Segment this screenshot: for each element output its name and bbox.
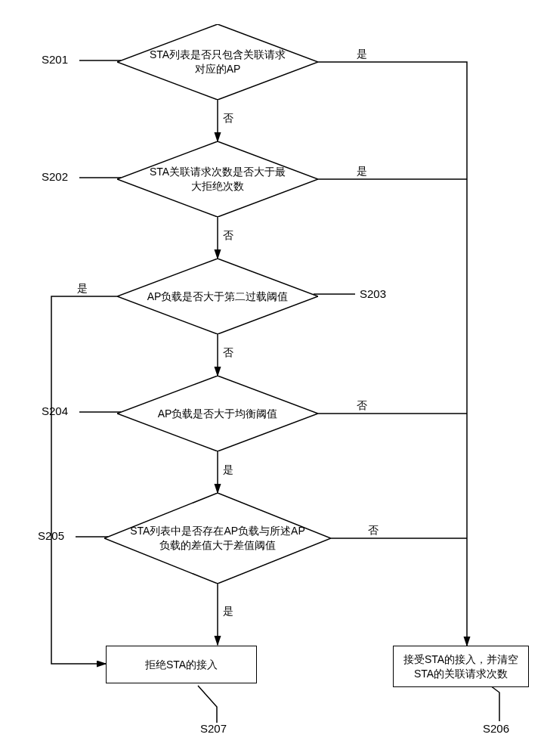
decision-request-count-gt-max-reject: STA关联请求次数是否大于最大拒绝次数 bbox=[117, 141, 318, 217]
decision-load-difference-gt-threshold: STA列表中是否存在AP负载与所述AP负载的差值大于差值阈值 bbox=[104, 493, 331, 584]
diamond-text: AP负载是否大于第二过载阈值 bbox=[120, 290, 316, 304]
step-label-s202: S202 bbox=[42, 170, 68, 183]
edge-label-no: 否 bbox=[221, 112, 235, 125]
step-label-s206: S206 bbox=[483, 722, 509, 735]
decision-ap-load-gt-second-overload: AP负载是否大于第二过载阈值 bbox=[117, 259, 318, 334]
step-label-s205: S205 bbox=[38, 529, 64, 542]
edge-label-yes: 是 bbox=[221, 463, 235, 477]
edge-label-yes: 是 bbox=[355, 165, 369, 178]
edge-label-yes: 是 bbox=[221, 605, 235, 618]
edge-label-no: 否 bbox=[355, 399, 369, 413]
action-reject-sta: 拒绝STA的接入 bbox=[106, 646, 257, 683]
rect-text: 接受STA的接入，并清空STA的关联请求次数 bbox=[401, 652, 521, 681]
step-label-s201: S201 bbox=[42, 53, 68, 66]
rect-text: 拒绝STA的接入 bbox=[145, 658, 218, 672]
diamond-text: STA列表中是否存在AP负载与所述AP负载的差值大于差值阈值 bbox=[104, 524, 331, 553]
edge-label-no: 否 bbox=[221, 229, 235, 243]
step-label-s204: S204 bbox=[42, 404, 68, 417]
flowchart-canvas: STA列表是否只包含关联请求对应的AP STA关联请求次数是否大于最大拒绝次数 … bbox=[0, 0, 544, 756]
diamond-text: STA关联请求次数是否大于最大拒绝次数 bbox=[117, 165, 318, 194]
edge-label-no: 否 bbox=[221, 346, 235, 360]
step-label-s203: S203 bbox=[360, 287, 386, 300]
edge-label-yes: 是 bbox=[355, 48, 369, 61]
action-accept-sta: 接受STA的接入，并清空STA的关联请求次数 bbox=[393, 646, 529, 687]
diamond-text: STA列表是否只包含关联请求对应的AP bbox=[117, 48, 318, 76]
decision-sta-list-only-ap: STA列表是否只包含关联请求对应的AP bbox=[117, 24, 318, 100]
step-label-s207: S207 bbox=[200, 722, 227, 735]
edge-label-no: 否 bbox=[366, 524, 380, 538]
edge-label-yes: 是 bbox=[76, 282, 89, 296]
diamond-text: AP负载是否大于均衡阈值 bbox=[131, 407, 305, 421]
decision-ap-load-gt-balance: AP负载是否大于均衡阈值 bbox=[117, 376, 318, 451]
